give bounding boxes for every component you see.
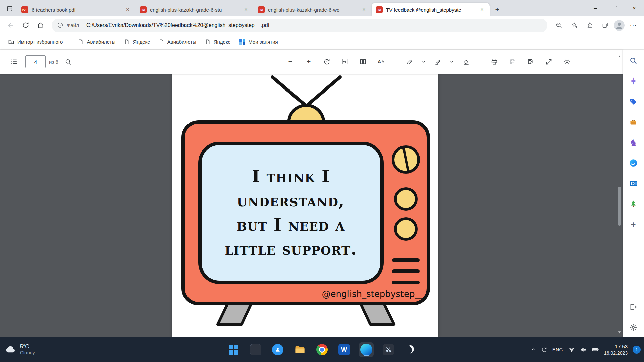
save-icon[interactable] [506,55,519,68]
fullscreen-icon[interactable] [542,55,555,68]
cloud-icon [5,344,17,356]
tab-close-icon[interactable]: × [478,6,486,13]
page-info-icon[interactable] [57,22,63,28]
tab-actions-menu-icon[interactable] [5,4,15,14]
bookmark-aviabilety-2[interactable]: Авиабилеты [155,37,200,47]
tv-screen-text: I think I understand, but I need a littl… [200,143,382,282]
tree-app-icon[interactable] [628,198,639,209]
maximize-button[interactable] [605,0,625,16]
notification-badge[interactable]: 1 [633,346,641,354]
bookmark-aviabilety-1[interactable]: Авиабилеты [74,37,119,47]
home-button[interactable] [34,19,47,32]
tab-2[interactable]: PDF english-plus-kazakh-grade-6-stu × [136,3,254,16]
url-text: C:/Users/Evrika/Downloads/TV%20feedback%… [86,22,269,28]
bookmark-import-favorites[interactable]: Импорт избранного [5,37,66,47]
windows-taskbar: 5°C Cloudy W ENG [0,337,644,362]
page-view-icon[interactable] [356,55,370,68]
shopping-tag-icon[interactable] [628,96,639,107]
back-button[interactable] [4,19,17,32]
tab-close-icon[interactable]: × [360,6,368,13]
language-indicator[interactable]: ENG [552,347,563,352]
battery-icon[interactable] [592,346,599,353]
sidebar-toggle-icon[interactable] [628,301,639,313]
file-explorer-icon[interactable] [292,342,307,357]
table-of-contents-icon[interactable] [7,55,21,68]
pdf-page: I think I understand, but I need a littl… [172,74,438,337]
sidebar-search-icon[interactable] [628,55,639,66]
toolbox-icon[interactable] [628,116,639,128]
dark-app-icon[interactable] [248,342,263,357]
minimize-button[interactable]: – [586,0,605,16]
file-scheme-label: Файл [67,22,79,28]
zoom-in-button[interactable]: + [302,55,315,68]
bookmark-yandex-1[interactable]: Яндекс [121,37,153,47]
snipping-tool-icon[interactable] [381,342,396,357]
highlighter-icon[interactable] [431,55,444,68]
tray-sync-icon[interactable] [541,347,547,353]
tab-4-active[interactable]: PDF TV feedback @english_stepbyste × [372,3,490,16]
bookmark-yandex-2[interactable]: Яндекс [202,37,234,47]
zoom-indicator-icon[interactable] [552,19,566,32]
page-icon [78,39,84,45]
outlook-icon[interactable] [628,178,639,189]
chat-icon[interactable] [270,342,285,357]
pdf-settings-gear-icon[interactable] [560,55,574,68]
games-knight-icon[interactable]: ♞ [628,137,639,148]
save-as-icon[interactable] [524,55,537,68]
clock-widget[interactable]: 17:53 16.02.2023 [604,343,628,356]
tv-vent [392,281,420,284]
pdf-search-icon[interactable] [62,55,75,68]
reset-zoom-icon[interactable] [320,55,333,68]
scroll-up-arrow[interactable] [616,54,623,59]
read-aloud-icon[interactable]: A [374,55,388,68]
close-window-button[interactable]: × [625,0,644,16]
copilot-icon[interactable] [628,75,639,87]
start-icon[interactable] [226,342,241,357]
profile-avatar[interactable] [614,20,625,31]
highlighter-dropdown-icon[interactable] [449,55,454,68]
divider [480,57,480,66]
draw-pen-dropdown-icon[interactable] [421,55,426,68]
address-bar-actions: ··· [552,19,640,32]
bookmark-label: Мои занятия [248,39,278,45]
chrome-icon[interactable] [315,342,329,357]
eraser-icon[interactable] [459,55,473,68]
scrollbar-thumb[interactable] [618,187,621,226]
pdf-viewport[interactable]: I think I understand, but I need a littl… [0,74,623,337]
refresh-button[interactable] [19,19,32,32]
sidebar-settings-gear-icon[interactable] [628,322,639,333]
volume-icon[interactable] [580,346,587,353]
zoom-out-button[interactable]: − [284,55,297,68]
wifi-icon[interactable] [568,346,575,353]
tab-close-icon[interactable]: × [124,6,131,13]
bookmark-moi-zanyatiya[interactable]: Мои занятия [236,37,281,47]
tab-1[interactable]: PDF 6 teachers book.pdf × [17,3,136,16]
draw-pen-icon[interactable] [403,55,416,68]
pdf-scrollbar[interactable] [616,50,623,337]
scroll-down-arrow[interactable] [616,330,623,335]
knight-glyph: ♞ [629,138,637,147]
print-icon[interactable] [488,55,501,68]
new-tab-button[interactable]: + [492,4,503,15]
tab-3[interactable]: PDF english-plus-kazakh-grade-6-wo × [254,3,372,16]
sidebar-add-icon[interactable]: + [628,219,639,230]
hidden-icons-chevron[interactable] [531,347,536,352]
fit-to-width-icon[interactable] [338,55,352,68]
weather-widget[interactable]: 5°C Cloudy [5,337,35,362]
swoosh-app-icon[interactable] [403,342,418,357]
browser-menu-icon[interactable]: ··· [627,19,640,32]
page-number-input[interactable] [25,55,46,68]
gradient-circle-app-icon[interactable] [628,157,639,169]
tab-close-icon[interactable]: × [242,6,250,13]
word-icon[interactable]: W [337,342,352,357]
sidebar-bottom [628,301,639,333]
address-bar[interactable]: Файл C:/Users/Evrika/Downloads/TV%20feed… [52,19,547,32]
edge-sidebar: ♞ + [623,50,644,337]
edge-icon[interactable] [359,342,374,357]
add-favorite-icon[interactable] [568,19,581,32]
maximize-icon [613,6,617,10]
collections-icon[interactable] [598,19,612,32]
tab-title: english-plus-kazakh-grade-6-wo [268,7,357,13]
pdf-toolbar: из 6 − + A [0,50,623,74]
favorites-bar-icon[interactable] [583,19,596,32]
